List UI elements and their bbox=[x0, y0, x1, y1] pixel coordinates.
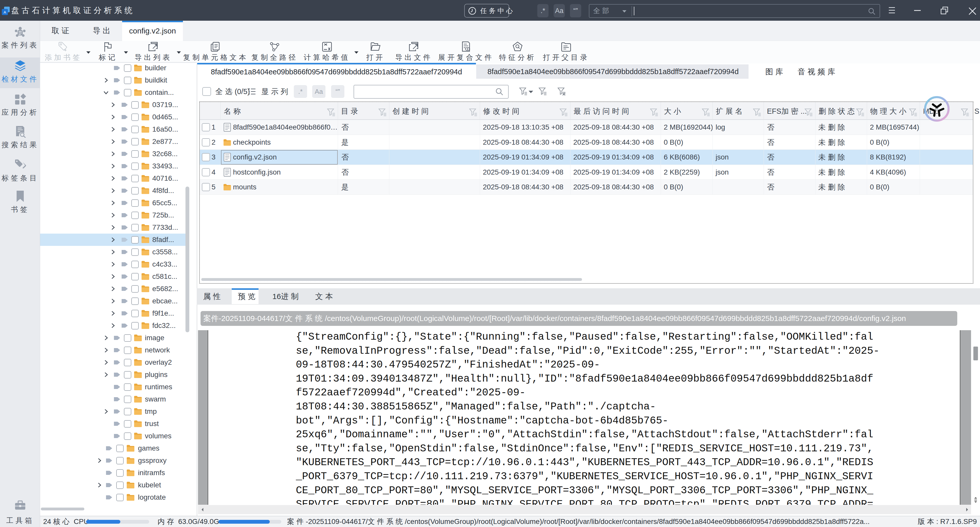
svg-text:A: A bbox=[3, 10, 6, 14]
